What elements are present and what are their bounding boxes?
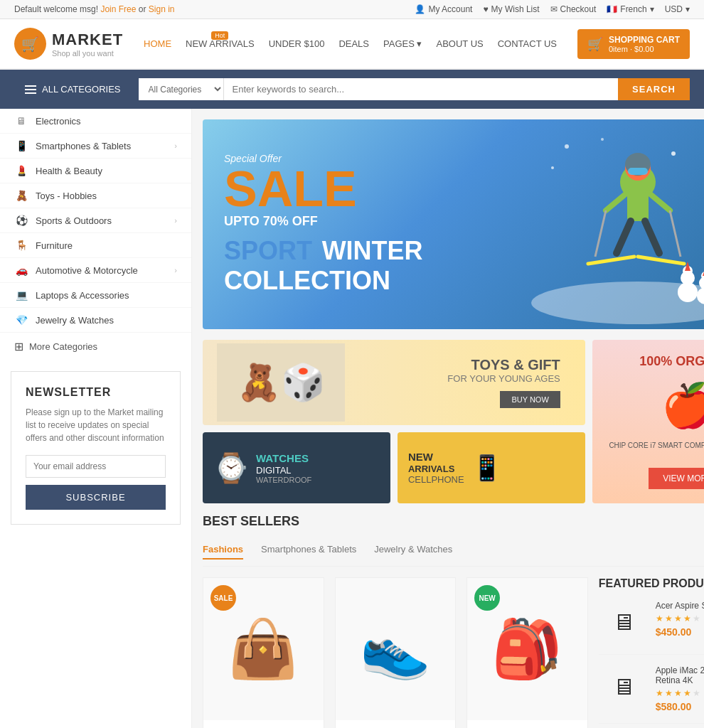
newsletter-subscribe-button[interactable]: SUBSCRIBE bbox=[26, 485, 166, 510]
nav-under100[interactable]: UNDER $100 bbox=[269, 38, 325, 49]
featured-item-2: 🖥 Apple iMac 2017 21.5-inch Retina 4K ★★… bbox=[599, 665, 704, 724]
svg-line-8 bbox=[649, 193, 670, 210]
cellphone-banner: NEW ARRIVALS CELLPHONE 📱 bbox=[398, 432, 585, 503]
nav-new-arrivals[interactable]: Hot NEW ARRIVALS bbox=[186, 38, 255, 49]
hero-winter-text: WINTER bbox=[322, 236, 423, 265]
nav-home[interactable]: HOME bbox=[144, 38, 171, 49]
hero-sale-text: SALE bbox=[224, 164, 423, 214]
watches-line2: DIGITAL bbox=[256, 465, 311, 476]
nav-about-us[interactable]: ABOUT US bbox=[437, 38, 484, 49]
product-card-3: NEW 🎒 Outdoor Crossbody Bag ★★★★★ $310.0… bbox=[466, 577, 588, 728]
sidebar-item-automotive[interactable]: 🚗Automotive & Motorcycle › bbox=[0, 258, 191, 283]
sports-icon: ⚽ bbox=[14, 215, 28, 226]
cart-button[interactable]: 🛒 SHOPPING CART 0item · $0.00 bbox=[577, 29, 690, 59]
toys-banner-title: TOYS & GIFT bbox=[356, 357, 560, 373]
nav-deals[interactable]: DEALS bbox=[338, 38, 369, 49]
top-bar: Default welcome msg! Join Free or Sign i… bbox=[0, 0, 704, 19]
header: 🛒 MARKET Shop all you want HOME Hot NEW … bbox=[0, 19, 704, 70]
svg-point-24 bbox=[601, 138, 604, 141]
currency-selector[interactable]: USD ▾ bbox=[665, 4, 690, 14]
cellphone-line1: NEW bbox=[408, 451, 464, 464]
sub-banners: 🧸🎲 TOYS & GIFT FOR YOUR YOUNG AGES BUY N… bbox=[203, 340, 704, 503]
all-categories-button[interactable]: ALL CATEGORIES bbox=[14, 78, 132, 100]
search-container: All Categories SEARCH bbox=[139, 78, 690, 100]
sidebar-item-smartphones[interactable]: 📱Smartphones & Tablets › bbox=[0, 134, 191, 159]
svg-line-12 bbox=[638, 257, 684, 264]
hero-banner: Special Offer SALE UPTO 70% OFF SPORT WI… bbox=[203, 119, 704, 329]
sidebar-categories: 🖥Electronics 📱Smartphones & Tablets › 💄H… bbox=[0, 109, 191, 360]
organic-image: 🍎 bbox=[661, 380, 704, 431]
svg-point-25 bbox=[671, 151, 676, 156]
logo-text: MARKET Shop all you want bbox=[52, 31, 123, 58]
hero-collection-text: COLLECTION bbox=[224, 266, 423, 296]
svg-line-13 bbox=[595, 210, 606, 257]
sidebar-item-sports[interactable]: ⚽Sports & Outdoors › bbox=[0, 208, 191, 233]
featured-stars-1: ★★★★★ bbox=[656, 614, 704, 623]
organic-view-more-button[interactable]: VIEW MORE bbox=[649, 468, 704, 489]
newsletter-title: NEWSLETTER bbox=[26, 386, 166, 399]
logo-icon: 🛒 bbox=[14, 28, 46, 60]
sidebar-item-furniture[interactable]: 🪑Furniture bbox=[0, 233, 191, 258]
hero-text: Special Offer SALE UPTO 70% OFF SPORT WI… bbox=[203, 132, 444, 317]
nav-pages[interactable]: PAGES ▾ bbox=[383, 38, 422, 49]
toys-image: 🧸🎲 bbox=[237, 362, 325, 403]
sidebar-item-toys[interactable]: 🧸Toys - Hobbies bbox=[0, 183, 191, 208]
organic-banner: 100% ORGANIC 🍎 CHIP CORE i7 SMART COMPUT… bbox=[592, 340, 704, 503]
sidebar-item-health[interactable]: 💄Health & Beauty bbox=[0, 159, 191, 183]
featured-img-2: 🖥 bbox=[599, 665, 649, 708]
cart-icon: 🛒 bbox=[587, 36, 603, 52]
organic-title: 100% ORGANIC bbox=[639, 354, 704, 369]
nav-contact-us[interactable]: CONTACT US bbox=[498, 38, 557, 49]
newsletter-email-input[interactable] bbox=[26, 455, 166, 478]
featured-price-1: $450.00 bbox=[656, 626, 704, 638]
svg-rect-6 bbox=[627, 186, 649, 221]
svg-line-10 bbox=[645, 221, 659, 253]
search-input[interactable] bbox=[224, 78, 619, 100]
more-categories-button[interactable]: ⊞ More Categories bbox=[0, 333, 191, 360]
search-button[interactable]: SEARCH bbox=[618, 78, 690, 100]
svg-point-27 bbox=[551, 166, 554, 169]
sidebar-item-jewelry[interactable]: 💎Jewelry & Watches bbox=[0, 308, 191, 333]
featured-title: FEATURED PRODUCT bbox=[599, 577, 704, 590]
product-image-1: SALE 👜 bbox=[203, 578, 324, 720]
toys-banner: 🧸🎲 TOYS & GIFT FOR YOUR YOUNG AGES BUY N… bbox=[203, 340, 585, 425]
wishlist-link[interactable]: ♥ My Wish List bbox=[483, 4, 539, 14]
hamburger-icon bbox=[25, 85, 36, 94]
join-free-link[interactable]: Join Free bbox=[100, 4, 136, 14]
my-account-link[interactable]: 👤 My Account bbox=[415, 4, 472, 14]
products-grid: SALE 👜 Zara Women Leather Bag ★★★★★ $200… bbox=[203, 577, 588, 728]
checkout-link[interactable]: ✉ Checkout bbox=[550, 4, 597, 14]
watches-line1: WATCHES bbox=[256, 452, 311, 465]
new-badge-3: NEW bbox=[474, 585, 500, 611]
product-image-3: NEW 🎒 bbox=[467, 578, 587, 720]
product-image-2: 👟 bbox=[336, 578, 456, 720]
category-dropdown[interactable]: All Categories bbox=[139, 78, 224, 100]
product-tabs: Fashions Smartphones & Tablets Jewelry &… bbox=[203, 543, 704, 567]
hero-skier-image bbox=[496, 125, 704, 324]
cellphone-image: 📱 bbox=[471, 454, 503, 483]
featured-stars-2: ★★★★★ bbox=[656, 688, 704, 698]
toys-buy-now-button[interactable]: BUY NOW bbox=[500, 391, 560, 408]
svg-rect-5 bbox=[628, 168, 648, 175]
tab-fashions[interactable]: Fashions bbox=[203, 544, 243, 560]
tab-jewelry[interactable]: Jewelry & Watches bbox=[374, 544, 452, 560]
watches-banner: ⌚ WATCHES DIGITAL WATERDROOF bbox=[203, 432, 390, 503]
health-icon: 💄 bbox=[14, 165, 28, 176]
tab-smartphones[interactable]: Smartphones & Tablets bbox=[261, 544, 356, 560]
plus-icon: ⊞ bbox=[14, 340, 23, 353]
best-sellers-section: BEST SELLERS Fashions Smartphones & Tabl… bbox=[203, 514, 704, 728]
sidebar-item-laptops[interactable]: 💻Laptops & Accessories bbox=[0, 283, 191, 308]
laptop-icon: 💻 bbox=[14, 289, 28, 301]
product-card-2: 👟 Lady Comfort Sports Slip Shoes ★★★★★ $… bbox=[335, 577, 457, 728]
language-selector[interactable]: 🇫🇷 French ▾ bbox=[607, 4, 654, 14]
main-content: Special Offer SALE UPTO 70% OFF SPORT WI… bbox=[192, 109, 704, 728]
signin-link[interactable]: Sign in bbox=[149, 4, 175, 14]
hot-label: Hot bbox=[211, 31, 228, 40]
featured-name-1: Acer Aspire S24 All In One PC bbox=[656, 601, 704, 611]
automotive-icon: 🚗 bbox=[14, 264, 28, 276]
sidebar-item-electronics[interactable]: 🖥Electronics bbox=[0, 109, 191, 134]
main-layout: 🖥Electronics 📱Smartphones & Tablets › 💄H… bbox=[0, 109, 704, 728]
best-sellers-title: BEST SELLERS bbox=[203, 514, 299, 529]
logo[interactable]: 🛒 MARKET Shop all you want bbox=[14, 28, 123, 60]
featured-item-1: 🖥 Acer Aspire S24 All In One PC ★★★★★ $4… bbox=[599, 601, 704, 655]
